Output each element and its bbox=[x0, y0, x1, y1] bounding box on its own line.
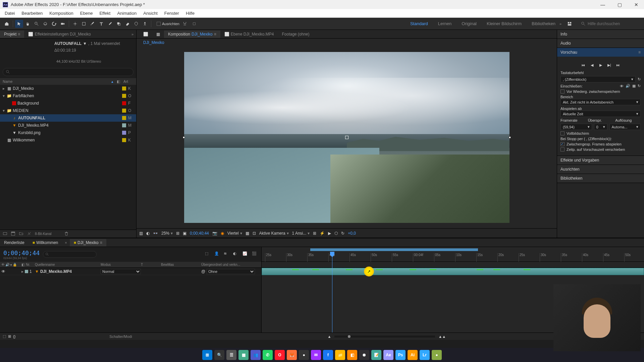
exposure-value[interactable]: +0,0 bbox=[348, 231, 356, 236]
menu-effekt[interactable]: Effekt bbox=[96, 9, 114, 17]
expand-arrow-icon[interactable]: ▾ bbox=[3, 94, 7, 98]
layer-row[interactable]: 👁 ▸ 1 ▼ DJI_Mexiko.MP4 Normal @ Ohne bbox=[0, 268, 261, 275]
pixel-aspect-icon[interactable]: ⊞ bbox=[313, 231, 316, 236]
timeline-timecode[interactable]: 0;00;40;44 bbox=[3, 249, 40, 256]
taskbar-facebook-icon[interactable]: f bbox=[323, 350, 333, 360]
comp-view-icon[interactable]: ▦ bbox=[152, 31, 164, 38]
timeline-icon[interactable]: ▶ bbox=[328, 231, 331, 236]
label-color-chip[interactable] bbox=[122, 101, 126, 105]
cached-frames-checkbox[interactable] bbox=[560, 142, 565, 146]
eye-icon[interactable]: 👁 bbox=[1, 263, 5, 266]
expand-arrow-icon[interactable]: ▾ bbox=[3, 108, 7, 113]
maximize-button[interactable]: ▢ bbox=[614, 2, 625, 7]
taskbar-lr-icon[interactable]: Lr bbox=[420, 350, 430, 360]
taskbar-teams-icon[interactable]: 👥 bbox=[251, 350, 261, 360]
camera-tool[interactable] bbox=[59, 20, 67, 28]
workspace-reset-icon[interactable] bbox=[566, 20, 574, 28]
taskbar-app2-icon[interactable]: ◧ bbox=[347, 350, 357, 360]
motion-blur-icon[interactable]: ◐ bbox=[233, 251, 239, 257]
fullscreen-checkbox[interactable] bbox=[560, 131, 565, 135]
label-icon[interactable]: ◧ bbox=[21, 263, 24, 266]
label-color-chip[interactable] bbox=[122, 123, 126, 127]
col-type-header[interactable]: Art bbox=[123, 79, 133, 83]
home-icon[interactable] bbox=[3, 20, 11, 28]
taskbar-obs-icon[interactable]: ⏺ bbox=[359, 350, 369, 360]
parent-dropdown[interactable]: Ohne bbox=[207, 269, 255, 274]
source-col-header[interactable]: Quellenname bbox=[34, 263, 101, 266]
speaker-icon[interactable]: 🔊 bbox=[5, 263, 9, 266]
brush-tool[interactable] bbox=[106, 20, 114, 28]
asset-dropdown-icon[interactable]: ▼ bbox=[83, 41, 87, 46]
pickwhip-icon[interactable]: @ bbox=[201, 269, 205, 274]
graph-editor-icon[interactable]: 📈 bbox=[243, 251, 249, 257]
rotate-tool[interactable] bbox=[50, 20, 58, 28]
label-color-chip[interactable] bbox=[122, 116, 126, 120]
menu-animation[interactable]: Animation bbox=[114, 9, 140, 17]
adjustment-icon[interactable] bbox=[27, 231, 32, 237]
composition-viewer[interactable] bbox=[137, 47, 557, 228]
timeline-comp-tab[interactable]: ■ DJI_Mexiko ≡ bbox=[70, 239, 106, 246]
align-checkbox[interactable] bbox=[157, 22, 161, 26]
selection-tool[interactable] bbox=[15, 20, 23, 28]
workspace-tab-kleiner-bildschirm[interactable]: Kleiner Bildschirm bbox=[487, 21, 522, 26]
align-panel-header[interactable]: Ausrichten bbox=[557, 165, 644, 174]
track-matte-col-header[interactable]: T bbox=[141, 263, 161, 266]
puppet-tool[interactable] bbox=[141, 20, 149, 28]
breadcrumb-comp[interactable]: DJI_Mexiko bbox=[143, 40, 164, 45]
cache-checkbox[interactable] bbox=[560, 89, 565, 94]
project-tree[interactable]: ▸▦DJI_MexikoK▾📁FarbflächenOBackgroundF▾📁… bbox=[0, 85, 136, 230]
project-item-willkommen[interactable]: ▦WillkommenK bbox=[0, 136, 136, 144]
camera-dropdown[interactable]: Aktive Kamera ▾ bbox=[259, 231, 289, 236]
footage-tab[interactable]: Footage (ohne) bbox=[278, 31, 313, 38]
loop-icon[interactable]: ↻ bbox=[638, 84, 641, 88]
taskbar-whatsapp-icon[interactable]: ✆ bbox=[263, 350, 273, 360]
taskbar-widgets-icon[interactable]: ▦ bbox=[238, 350, 249, 360]
menu-ebene[interactable]: Ebene bbox=[77, 9, 96, 17]
grid-icon[interactable]: ▦ bbox=[246, 231, 249, 236]
roi-icon[interactable]: ▣ bbox=[183, 231, 186, 236]
snap-options-icon[interactable] bbox=[190, 20, 198, 28]
info-panel-header[interactable]: Info bbox=[557, 30, 644, 39]
last-frame-button[interactable]: ⏭ bbox=[615, 62, 621, 68]
glasses-icon[interactable]: 👓 bbox=[153, 231, 158, 236]
transparency-grid-icon[interactable]: ▥ bbox=[139, 231, 143, 236]
shy-icon[interactable]: 👤 bbox=[214, 251, 220, 257]
layer-label-chip[interactable] bbox=[25, 270, 28, 273]
taskbar-opera-icon[interactable]: O bbox=[275, 350, 285, 360]
taskbar-app1-icon[interactable]: ● bbox=[299, 350, 309, 360]
track-matte-type-header[interactable]: BewMas bbox=[161, 263, 201, 266]
label-color-chip[interactable] bbox=[122, 131, 126, 135]
comp-mini-icon[interactable]: ⬚ bbox=[205, 251, 211, 257]
next-frame-button[interactable]: ▶| bbox=[606, 62, 612, 68]
move-time-checkbox[interactable] bbox=[560, 147, 565, 152]
anchor-tool[interactable] bbox=[71, 20, 79, 28]
viewer-timecode[interactable]: 0;00;40;44 bbox=[190, 231, 209, 236]
effect-controls-tab[interactable]: ⬜ Effekteinstellungen DJI_Mexiko bbox=[24, 31, 95, 38]
taskbar-messenger-icon[interactable]: ✉ bbox=[311, 350, 321, 360]
zoom-in-icon[interactable]: ▲▲ bbox=[438, 335, 446, 339]
workspace-tab-standard[interactable]: Standard bbox=[410, 21, 428, 26]
new-folder-icon[interactable] bbox=[19, 231, 24, 237]
close-button[interactable]: ✕ bbox=[631, 2, 641, 7]
project-tab[interactable]: Projekt ≡ bbox=[0, 31, 24, 38]
panel-menu-icon[interactable]: » bbox=[129, 32, 136, 36]
fast-preview-icon[interactable]: ⚡ bbox=[320, 231, 325, 236]
taskbar-firefox-icon[interactable]: 🦊 bbox=[287, 350, 297, 360]
anchor-point-marker[interactable] bbox=[345, 136, 348, 139]
shortcut-reset-icon[interactable]: ↻ bbox=[638, 77, 641, 81]
composition-tab[interactable]: Komposition DJI_Mexiko ≡ bbox=[164, 31, 220, 38]
roto-tool[interactable] bbox=[132, 20, 140, 28]
workspace-tab-original[interactable]: Original bbox=[462, 21, 477, 26]
label-color-chip[interactable] bbox=[122, 138, 126, 142]
zoom-dropdown[interactable]: 25% ▾ bbox=[161, 231, 173, 236]
taskbar-tasks-icon[interactable]: ☰ bbox=[226, 350, 236, 360]
taskbar-explorer-icon[interactable]: 📁 bbox=[335, 350, 345, 360]
rect-tool[interactable] bbox=[80, 20, 88, 28]
workspace-tab-bibliotheken[interactable]: Bibliotheken bbox=[532, 21, 555, 26]
exposure-reset-icon[interactable]: ↻ bbox=[341, 231, 344, 236]
sort-icon[interactable]: ▴ bbox=[111, 79, 113, 84]
flowchart-icon[interactable]: ⬡ bbox=[334, 231, 338, 236]
col-name-header[interactable]: Name bbox=[3, 79, 111, 83]
project-item-kursbild-png[interactable]: ▼Kursbild.pngP bbox=[0, 129, 136, 136]
mode-col-header[interactable]: Modus bbox=[101, 263, 141, 266]
